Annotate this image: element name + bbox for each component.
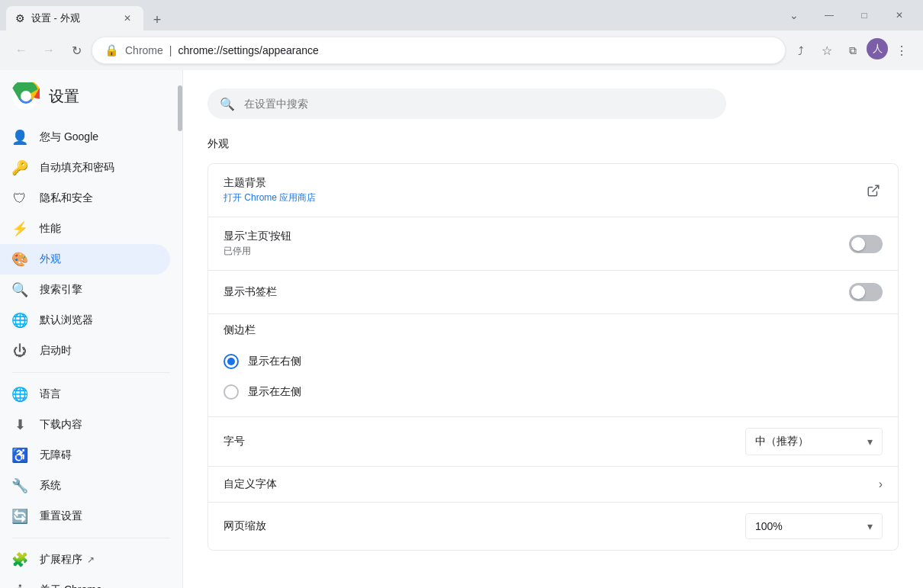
extensions-icon: 🧩 [12, 552, 27, 567]
sidebar-label-reset: 重置设置 [40, 509, 82, 523]
share-button[interactable]: ⤴ [789, 38, 813, 63]
sidebar-item-google[interactable]: 👤 您与 Google [0, 122, 170, 153]
custom-fonts-chevron-icon: › [879, 477, 883, 491]
sidebar-item-accessibility[interactable]: ♿ 无障碍 [0, 440, 170, 471]
theme-sublabel[interactable]: 打开 Chrome 应用商店 [224, 191, 864, 204]
sidebar-scrollbar[interactable] [178, 70, 182, 588]
sidebar-item-autofill[interactable]: 🔑 自动填充和密码 [0, 153, 170, 183]
page-zoom-label: 网页缩放 [224, 519, 745, 533]
titlebar: ⚙ 设置 - 外观 ✕ + ⌄ — □ ✕ [0, 0, 923, 31]
tab-settings-icon: ⚙ [15, 12, 25, 24]
minimize-button[interactable]: — [812, 3, 847, 27]
sidebar-right-radio[interactable] [224, 354, 239, 369]
sidebar-item-performance[interactable]: ⚡ 性能 [0, 214, 170, 244]
sidebar-right-option[interactable]: 显示在右侧 [224, 346, 883, 377]
sidebar-item-downloads[interactable]: ⬇ 下载内容 [0, 410, 170, 440]
forward-button[interactable]: → [37, 38, 61, 63]
sidebar-label-accessibility: 无障碍 [40, 448, 72, 462]
close-button[interactable]: ✕ [882, 3, 917, 27]
bookmarks-bar-toggle[interactable] [849, 283, 883, 301]
custom-fonts-label: 自定义字体 [224, 477, 879, 491]
sidebar-left-radio[interactable] [224, 384, 239, 400]
refresh-button[interactable]: ↻ [64, 38, 88, 63]
sidebar-item-extensions[interactable]: 🧩 扩展程序 ↗ [0, 545, 170, 575]
sidebar-left-label: 显示在左侧 [248, 385, 301, 399]
maximize-button[interactable]: □ [847, 3, 882, 27]
font-size-label: 字号 [224, 435, 745, 448]
sidebar-label-default-browser: 默认浏览器 [40, 313, 93, 327]
sidebar-item-privacy[interactable]: 🛡 隐私和安全 [0, 183, 170, 214]
sidebar-label-search: 搜索引擎 [40, 283, 82, 297]
power-icon: ⏻ [12, 343, 27, 358]
tab-search-button[interactable]: ⌄ [777, 3, 812, 27]
sidebar-item-startup[interactable]: ⏻ 启动时 [0, 336, 170, 366]
search-icon: 🔍 [12, 282, 27, 297]
sidebar-item-search[interactable]: 🔍 搜索引擎 [0, 275, 170, 305]
home-button-sublabel: 已停用 [224, 245, 849, 258]
sidebar-item-system[interactable]: 🔧 系统 [0, 471, 170, 501]
shield-icon: 🛡 [12, 191, 27, 206]
sidebar-label-about: 关于 Chrome [40, 583, 102, 588]
sidebar-right-label: 显示在右侧 [248, 355, 301, 368]
home-button-row: 显示'主页'按钮 已停用 [208, 217, 898, 271]
security-icon: 🔒 [105, 43, 119, 57]
bookmarks-bar-row: 显示书签栏 [208, 271, 898, 314]
home-button-label: 显示'主页'按钮 [224, 230, 849, 243]
bookmarks-bar-toggle-knob [851, 285, 865, 299]
sidebar-label-system: 系统 [40, 479, 61, 493]
back-button[interactable]: ← [9, 38, 34, 63]
new-tab-button[interactable]: + [146, 9, 168, 31]
nav-actions: ⤴ ☆ ⧉ 人 ⋮ [789, 38, 914, 63]
theme-info: 主题背景 打开 Chrome 应用商店 [224, 176, 864, 204]
section-title: 外观 [207, 137, 899, 151]
sidebar-label-privacy: 隐私和安全 [40, 191, 93, 205]
person-icon: 👤 [12, 130, 27, 145]
sidebar-item-reset[interactable]: 🔄 重置设置 [0, 501, 170, 532]
font-size-row: 字号 中（推荐） ▾ [208, 417, 898, 467]
speedometer-icon: ⚡ [12, 221, 27, 236]
key-icon: 🔑 [12, 160, 27, 175]
theme-row: 主题背景 打开 Chrome 应用商店 [208, 164, 898, 217]
sidebar-left-option[interactable]: 显示在左侧 [224, 377, 883, 407]
address-chrome: Chrome [125, 44, 163, 56]
profile-button[interactable]: 人 [867, 38, 888, 59]
sidebar: 设置 👤 您与 Google 🔑 自动填充和密码 🛡 隐私和安全 ⚡ 性能 🎨 … [0, 70, 183, 588]
split-view-button[interactable]: ⧉ [841, 38, 865, 63]
active-tab[interactable]: ⚙ 设置 - 外观 ✕ [6, 6, 143, 31]
browser-icon: 🌐 [12, 313, 27, 328]
theme-external-icon[interactable] [864, 182, 883, 200]
window-controls: ⌄ — □ ✕ [777, 3, 917, 27]
main-layout: 设置 👤 您与 Google 🔑 自动填充和密码 🛡 隐私和安全 ⚡ 性能 🎨 … [0, 70, 923, 588]
sidebar-item-language[interactable]: 🌐 语言 [0, 379, 170, 410]
bookmark-button[interactable]: ☆ [815, 38, 839, 63]
svg-point-2 [21, 91, 31, 101]
search-bar-icon: 🔍 [220, 97, 235, 111]
search-input[interactable] [244, 98, 714, 110]
address-bar[interactable]: 🔒 Chrome | chrome://settings/appearance [92, 37, 786, 64]
svg-line-3 [873, 185, 879, 191]
download-icon: ⬇ [12, 417, 27, 432]
font-size-select[interactable]: 中（推荐） ▾ [745, 428, 883, 455]
sidebar-label-startup: 启动时 [40, 344, 72, 358]
sidebar-item-appearance[interactable]: 🎨 外观 [0, 244, 170, 275]
main-content: 🔍 外观 主题背景 打开 Chrome 应用商店 [183, 70, 923, 588]
menu-button[interactable]: ⋮ [889, 38, 914, 63]
settings-card: 主题背景 打开 Chrome 应用商店 显示'主页'按钮 已停用 [207, 163, 899, 551]
page-zoom-row: 网页缩放 100% ▾ [208, 503, 898, 550]
sidebar-label: 侧边栏 [224, 323, 883, 337]
sidebar-item-about[interactable]: ℹ 关于 Chrome [0, 575, 170, 588]
sidebar-scrollbar-thumb [178, 85, 182, 131]
home-button-info: 显示'主页'按钮 已停用 [224, 230, 849, 258]
search-bar[interactable]: 🔍 [207, 88, 726, 119]
globe-icon: 🌐 [12, 387, 27, 402]
theme-label: 主题背景 [224, 176, 864, 190]
custom-fonts-row[interactable]: 自定义字体 › [208, 467, 898, 503]
address-url: chrome://settings/appearance [178, 44, 318, 56]
wrench-icon: 🔧 [12, 478, 27, 493]
home-button-toggle[interactable] [849, 235, 883, 253]
page-zoom-select[interactable]: 100% ▾ [745, 513, 883, 539]
sidebar-label-autofill: 自动填充和密码 [40, 161, 114, 175]
bookmarks-bar-label: 显示书签栏 [224, 285, 849, 299]
sidebar-item-default-browser[interactable]: 🌐 默认浏览器 [0, 305, 170, 336]
tab-close-button[interactable]: ✕ [121, 11, 134, 25]
